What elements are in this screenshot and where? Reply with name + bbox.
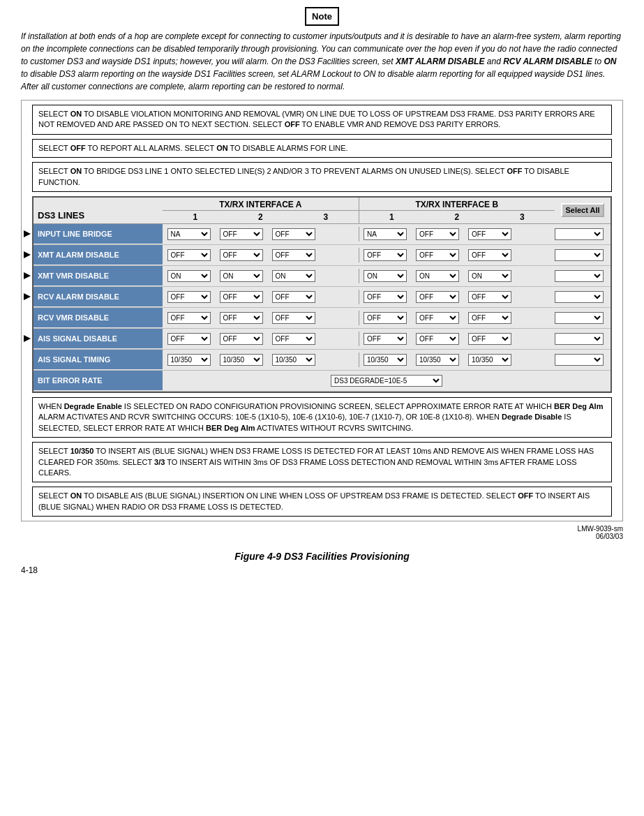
select-rad-b1[interactable]: OFFON — [364, 291, 407, 303]
select-xad-all[interactable] — [555, 249, 604, 261]
ber-content: DS3 DEGRADE=10E-5 DS3 DEGRADE=10E-6 DS3 … — [163, 375, 611, 387]
select-rvd-b2[interactable]: OFFON — [416, 312, 459, 324]
grid-header: DS3 LINES TX/RX INTERFACE A 1 2 3 TX/RX … — [33, 198, 611, 224]
select-rad-a2[interactable]: OFFON — [220, 291, 263, 303]
provisioning-grid: DS3 LINES TX/RX INTERFACE A 1 2 3 TX/RX … — [32, 196, 612, 393]
callout-vmr: SELECT ON TO DISABLE VIOLATION MONITORIN… — [32, 105, 612, 135]
select-xvd-a2[interactable]: ONOFF — [220, 270, 263, 282]
row-rcv-alarm-disable: RCV ALARM DISABLE OFFON OFFON OFFON OFFO… — [33, 287, 611, 308]
select-rvd-b1[interactable]: OFFON — [364, 312, 407, 324]
select-rad-all[interactable] — [555, 291, 604, 303]
note-label: Note — [305, 7, 339, 26]
label-xmt-alarm-disable: XMT ALARM DISABLE — [33, 245, 163, 265]
cells-input-line-bridge-b: NAONOFF OFFON OFFON — [359, 227, 555, 242]
select-asd-b3[interactable]: OFFON — [468, 333, 511, 345]
select-ast-b3[interactable]: 10/3503/3 — [468, 354, 511, 366]
select-rvd-b3[interactable]: OFFON — [468, 312, 511, 324]
select-ilb-a2[interactable]: OFFON — [220, 228, 263, 240]
select-rvd-all[interactable] — [555, 312, 604, 324]
interface-b-col1: 1 — [366, 212, 418, 222]
row-ais-signal-disable: AIS SIGNAL DISABLE OFFON OFFON OFFON OFF… — [33, 329, 611, 350]
select-ast-all[interactable] — [555, 354, 604, 366]
select-ilb-selectall[interactable] — [555, 228, 604, 240]
select-ast-b2[interactable]: 10/3503/3 — [416, 354, 459, 366]
select-ilb-b3[interactable]: OFFON — [468, 228, 511, 240]
select-xad-a1[interactable]: OFFON — [167, 249, 211, 261]
select-rad-a3[interactable]: OFFON — [272, 291, 315, 303]
select-asd-b2[interactable]: OFFON — [416, 333, 459, 345]
select-xvd-a3[interactable]: ONOFF — [272, 270, 315, 282]
cell-ilb-b3: OFFON — [464, 227, 516, 242]
select-all-cell: Select All — [555, 198, 611, 223]
row-rcv-vmr-disable: RCV VMR DISABLE OFFON OFFON OFFON OFFON … — [33, 308, 611, 329]
select-ast-a3[interactable]: 10/3503/3 — [272, 354, 315, 366]
cell-ilb-a1: NAONOFF — [163, 227, 215, 242]
interface-a-col3: 3 — [299, 212, 352, 222]
cells-xmt-alarm-a: OFFON OFFON OFFON — [163, 248, 359, 262]
select-xvd-a1[interactable]: ONOFF — [167, 270, 211, 282]
select-xvd-b2[interactable]: ONOFF — [416, 270, 459, 282]
cell-ilb-a3: OFFON — [267, 227, 320, 242]
intro-paragraph: If installation at both ends of a hop ar… — [14, 30, 630, 93]
interface-b-header: TX/RX INTERFACE B 1 2 3 — [359, 198, 555, 223]
cell-ilb-b2: OFFON — [412, 227, 464, 242]
label-rcv-vmr-disable: RCV VMR DISABLE — [33, 308, 163, 327]
interface-a-col2: 2 — [234, 212, 287, 222]
select-rvd-a3[interactable]: OFFON — [272, 312, 315, 324]
select-rad-b2[interactable]: OFFON — [416, 291, 459, 303]
select-asd-all[interactable] — [555, 333, 604, 345]
select-xad-a2[interactable]: OFFON — [220, 249, 263, 261]
select-rad-a1[interactable]: OFFON — [167, 291, 211, 303]
note-timing: SELECT 10/350 TO INSERT AIS (BLUE SIGNAL… — [32, 442, 612, 482]
select-asd-a1[interactable]: OFFON — [167, 333, 211, 345]
doc-ref: LMW-9039-sm06/03/03 — [578, 525, 623, 540]
select-ber[interactable]: DS3 DEGRADE=10E-5 DS3 DEGRADE=10E-6 DS3 … — [331, 375, 442, 387]
main-container: SELECT ON TO DISABLE VIOLATION MONITORIN… — [21, 100, 623, 521]
label-rcv-alarm-disable: RCV ALARM DISABLE — [33, 287, 163, 306]
select-ilb-a3[interactable]: OFFON — [272, 228, 315, 240]
footer: LMW-9039-sm06/03/03 — [14, 521, 630, 544]
note-ber: WHEN Degrade Enable IS SELECTED ON RADO … — [32, 397, 612, 438]
page-number: 4-18 — [14, 565, 630, 575]
select-rvd-a1[interactable]: OFFON — [167, 312, 211, 324]
cells-ais-timing-a: 10/3503/3 10/3503/3 10/3503/3 — [163, 353, 359, 367]
select-xvd-b3[interactable]: ONOFF — [468, 270, 511, 282]
arrow-ais-disable — [24, 335, 31, 342]
figure-caption: Figure 4-9 DS3 Facilities Provisioning — [14, 551, 630, 562]
label-input-line-bridge: INPUT LINE BRIDGE — [33, 224, 163, 244]
select-ilb-all — [555, 228, 611, 240]
select-rad-b3[interactable]: OFFON — [468, 291, 511, 303]
select-xad-b1[interactable]: OFFON — [364, 249, 407, 261]
select-xvd-b1[interactable]: ONOFF — [364, 270, 407, 282]
cells-xmt-vmr-a: ONOFF ONOFF ONOFF — [163, 269, 359, 283]
interface-a-header: TX/RX INTERFACE A 1 2 3 — [163, 198, 359, 223]
select-xad-b3[interactable]: OFFON — [468, 249, 511, 261]
select-ilb-b1[interactable]: NAONOFF — [364, 228, 407, 240]
select-asd-a3[interactable]: OFFON — [272, 333, 315, 345]
select-asd-a2[interactable]: OFFON — [220, 333, 263, 345]
row-bit-error-rate: BIT ERROR RATE DS3 DEGRADE=10E-5 DS3 DEG… — [33, 371, 611, 392]
select-all-button[interactable]: Select All — [561, 203, 604, 217]
cells-xmt-alarm-b: OFFON OFFON OFFON — [359, 248, 555, 262]
label-ais-signal-timing: AIS SIGNAL TIMING — [33, 350, 163, 369]
cell-ilb-b1: NAONOFF — [359, 227, 412, 242]
label-xmt-vmr-disable: XMT VMR DISABLE — [33, 266, 163, 285]
label-ais-signal-disable: AIS SIGNAL DISABLE — [33, 329, 163, 348]
select-asd-b1[interactable]: OFFON — [364, 333, 407, 345]
cells-rcv-alarm-b: OFFON OFFON OFFON — [359, 290, 555, 304]
note-ais-on-off: SELECT ON TO DISABLE AIS (BLUE SIGNAL) I… — [32, 487, 612, 517]
row-input-line-bridge: INPUT LINE BRIDGE NAONOFF OFFON OFFON — [33, 224, 611, 245]
select-ilb-a1[interactable]: NAONOFF — [167, 228, 211, 240]
select-xad-b2[interactable]: OFFON — [416, 249, 459, 261]
select-rvd-a2[interactable]: OFFON — [220, 312, 263, 324]
select-ast-a2[interactable]: 10/3503/3 — [220, 354, 263, 366]
select-ast-a1[interactable]: 10/3503/3 — [167, 354, 211, 366]
select-xad-a3[interactable]: OFFON — [272, 249, 315, 261]
interface-b-col3: 3 — [496, 212, 548, 222]
select-xvd-all[interactable] — [555, 270, 604, 282]
cells-ais-disable-b: OFFON OFFON OFFON — [359, 332, 555, 346]
select-ast-b1[interactable]: 10/3503/3 — [364, 354, 407, 366]
cells-ais-disable-a: OFFON OFFON OFFON — [163, 332, 359, 346]
select-ilb-b2[interactable]: OFFON — [416, 228, 459, 240]
ds3-lines-header: DS3 LINES — [33, 198, 163, 223]
